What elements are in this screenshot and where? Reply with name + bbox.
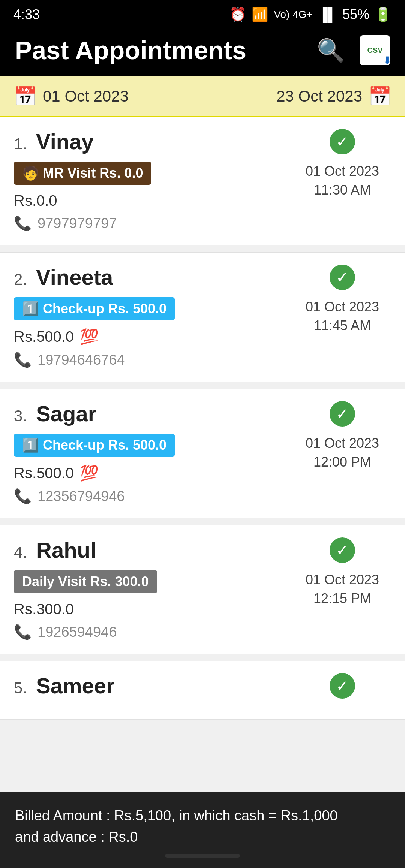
- phone-row: 📞 9797979797: [14, 215, 294, 232]
- phone-icon: 📞: [14, 488, 32, 504]
- appointment-datetime: 01 Oct 202311:30 AM: [306, 162, 379, 200]
- completed-icon: ✓: [330, 673, 355, 699]
- card-right: ✓ 01 Oct 202312:00 PM: [294, 401, 391, 472]
- amount-row: Rs.500.0 💯: [14, 328, 294, 346]
- patient-name: Sameer: [36, 673, 115, 698]
- card-left: 2. Vineeta 1️⃣ Check-up Rs. 500.0 Rs.500…: [14, 265, 294, 368]
- visit-tag: 1️⃣ Check-up Rs. 500.0: [14, 297, 175, 320]
- amount-text: Rs.500.0: [14, 465, 74, 482]
- amount-row: Rs.0.0: [14, 192, 294, 209]
- network-icon: Vo) 4G+: [274, 9, 313, 21]
- patient-number-name-row: 3. Sagar: [14, 401, 294, 434]
- patient-name: Rahul: [36, 537, 96, 563]
- patient-number: 5.: [14, 679, 27, 697]
- visit-tag: 1️⃣ Check-up Rs. 500.0: [14, 434, 175, 457]
- start-date-text: 01 Oct 2023: [43, 87, 129, 105]
- csv-label: CSV: [367, 46, 382, 54]
- card-header: 1. Vinay 🧑 MR Visit Rs. 0.0 Rs.0.0 📞 979…: [14, 129, 391, 232]
- battery-icon: 🔋: [375, 7, 392, 22]
- download-icon: ⬇: [383, 54, 392, 67]
- alarm-icon: ⏰: [230, 7, 246, 22]
- patient-number: 3.: [14, 407, 27, 425]
- card-header: 2. Vineeta 1️⃣ Check-up Rs. 500.0 Rs.500…: [14, 265, 391, 368]
- cash-icon: 💯: [80, 464, 99, 482]
- card-left: 5. Sameer: [14, 673, 294, 706]
- card-right: ✓ 01 Oct 202312:15 PM: [294, 537, 391, 608]
- patient-name: Sagar: [36, 401, 96, 426]
- card-right: ✓ 01 Oct 202311:30 AM: [294, 129, 391, 200]
- battery-text: 55%: [342, 7, 369, 22]
- phone-icon: 📞: [14, 215, 32, 232]
- phone-icon: 📞: [14, 352, 32, 368]
- date-filter-bar: 📅 01 Oct 2023 23 Oct 2023 📅: [0, 76, 405, 117]
- wifi-icon: 📶: [252, 7, 268, 22]
- amount-row: Rs.500.0 💯: [14, 464, 294, 482]
- patient-number-name-row: 2. Vineeta: [14, 265, 294, 297]
- patient-number-name-row: 1. Vinay: [14, 129, 294, 162]
- completed-icon: ✓: [330, 265, 355, 290]
- appointment-datetime: 01 Oct 202312:15 PM: [306, 570, 379, 608]
- status-bar: 4:33 ⏰ 📶 Vo) 4G+ ▐▌ 55% 🔋: [0, 0, 405, 28]
- start-date-filter[interactable]: 📅 01 Oct 2023: [14, 85, 129, 107]
- advance-text: and advance : Rs.0: [15, 826, 390, 848]
- page-title: Past Appointments: [15, 36, 246, 65]
- patient-number: 2.: [14, 271, 27, 289]
- amount-text: Rs.500.0: [14, 328, 74, 345]
- card-right: ✓: [294, 673, 391, 702]
- appointment-card[interactable]: 5. Sameer ✓: [0, 661, 405, 720]
- calendar-end-icon: 📅: [368, 85, 392, 107]
- phone-number: 9797979797: [38, 216, 117, 232]
- amount-text: Rs.300.0: [14, 601, 74, 618]
- visit-tag: 🧑 MR Visit Rs. 0.0: [14, 162, 151, 185]
- appointment-card[interactable]: 4. Rahul Daily Visit Rs. 300.0 Rs.300.0 …: [0, 525, 405, 654]
- cash-icon: 💯: [80, 328, 99, 346]
- csv-export-button[interactable]: CSV ⬇: [360, 35, 390, 65]
- patient-name: Vineeta: [36, 265, 113, 290]
- card-left: 3. Sagar 1️⃣ Check-up Rs. 500.0 Rs.500.0…: [14, 401, 294, 504]
- billed-amount-text: Billed Amount : Rs.5,100, in which cash …: [15, 805, 390, 826]
- appointment-card[interactable]: 1. Vinay 🧑 MR Visit Rs. 0.0 Rs.0.0 📞 979…: [0, 117, 405, 245]
- status-icons: ⏰ 📶 Vo) 4G+ ▐▌ 55% 🔋: [230, 7, 392, 22]
- header-actions: 🔍 CSV ⬇: [317, 35, 390, 65]
- card-header: 5. Sameer ✓: [14, 673, 391, 706]
- phone-number: 12356794946: [38, 488, 124, 504]
- card-left: 1. Vinay 🧑 MR Visit Rs. 0.0 Rs.0.0 📞 979…: [14, 129, 294, 232]
- phone-row: 📞 12356794946: [14, 488, 294, 504]
- phone-row: 📞 1926594946: [14, 624, 294, 640]
- visit-tag: Daily Visit Rs. 300.0: [14, 570, 157, 593]
- phone-number: 19794646764: [38, 352, 124, 368]
- card-header: 4. Rahul Daily Visit Rs. 300.0 Rs.300.0 …: [14, 537, 391, 640]
- phone-number: 1926594946: [38, 624, 117, 640]
- amount-text: Rs.0.0: [14, 192, 57, 209]
- phone-icon: 📞: [14, 624, 32, 640]
- patient-number: 1.: [14, 135, 27, 153]
- amount-row: Rs.300.0: [14, 601, 294, 618]
- end-date-text: 23 Oct 2023: [276, 87, 362, 105]
- card-right: ✓ 01 Oct 202311:45 AM: [294, 265, 391, 335]
- bottom-indicator: [165, 854, 240, 858]
- patient-number: 4.: [14, 543, 27, 561]
- completed-icon: ✓: [330, 129, 355, 154]
- patient-number-name-row: 4. Rahul: [14, 537, 294, 570]
- card-left: 4. Rahul Daily Visit Rs. 300.0 Rs.300.0 …: [14, 537, 294, 640]
- appointment-card[interactable]: 3. Sagar 1️⃣ Check-up Rs. 500.0 Rs.500.0…: [0, 389, 405, 518]
- card-header: 3. Sagar 1️⃣ Check-up Rs. 500.0 Rs.500.0…: [14, 401, 391, 504]
- search-icon[interactable]: 🔍: [317, 37, 345, 64]
- appointment-card[interactable]: 2. Vineeta 1️⃣ Check-up Rs. 500.0 Rs.500…: [0, 252, 405, 382]
- appointment-datetime: 01 Oct 202311:45 AM: [306, 298, 379, 335]
- end-date-filter[interactable]: 23 Oct 2023 📅: [276, 85, 392, 107]
- appointment-datetime: 01 Oct 202312:00 PM: [306, 434, 379, 472]
- header: Past Appointments 🔍 CSV ⬇: [0, 28, 405, 76]
- calendar-start-icon: 📅: [14, 85, 37, 107]
- signal-icon: ▐▌: [318, 7, 337, 22]
- status-time: 4:33: [14, 7, 40, 22]
- footer-summary: Billed Amount : Rs.5,100, in which cash …: [0, 792, 405, 868]
- patient-number-name-row: 5. Sameer: [14, 673, 294, 706]
- patient-name: Vinay: [36, 129, 94, 154]
- completed-icon: ✓: [330, 401, 355, 427]
- completed-icon: ✓: [330, 537, 355, 563]
- appointments-list: 1. Vinay 🧑 MR Visit Rs. 0.0 Rs.0.0 📞 979…: [0, 117, 405, 720]
- phone-row: 📞 19794646764: [14, 352, 294, 368]
